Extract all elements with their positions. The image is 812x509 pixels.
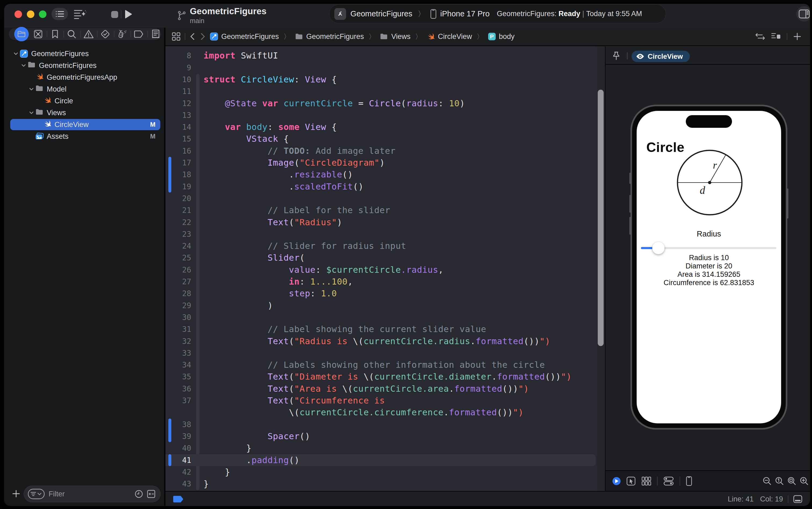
- disclosure-chevron[interactable]: [20, 63, 27, 68]
- navigator-tab-tests[interactable]: [99, 28, 111, 40]
- code-line-41[interactable]: 41 .padding(): [165, 454, 596, 466]
- scheme-name[interactable]: GeometricFigures: [350, 9, 412, 18]
- code-line-16[interactable]: 16 // TODO: Add image later: [165, 145, 605, 157]
- navigator-tab-changes[interactable]: [32, 28, 44, 40]
- tree-item-model[interactable]: Model: [10, 83, 160, 95]
- code-line-19[interactable]: 19 .scaledToFit(): [165, 181, 605, 193]
- navigator-tab-project[interactable]: [14, 27, 29, 41]
- code-line-38[interactable]: 38: [165, 418, 605, 430]
- pin-preview-icon[interactable]: [613, 51, 620, 60]
- code-line-40[interactable]: 40 }: [165, 442, 605, 454]
- breakpoints-toggle[interactable]: [173, 496, 183, 503]
- go-forward-button[interactable]: [200, 32, 206, 40]
- slider-thumb[interactable]: [652, 242, 665, 254]
- navigator-toggle-button[interactable]: [52, 8, 68, 20]
- tree-item-circle[interactable]: Circle: [10, 95, 160, 107]
- debug-area-toggle[interactable]: [793, 495, 802, 503]
- tree-item-assets[interactable]: AssetsM: [10, 131, 160, 142]
- code-line-18[interactable]: 18 .resizable(): [165, 169, 605, 180]
- radius-slider[interactable]: [641, 242, 776, 254]
- breadcrumb-views[interactable]: Views: [380, 32, 411, 41]
- run-destination[interactable]: iPhone 17 Pro: [440, 9, 489, 18]
- recent-files-icon[interactable]: [135, 490, 143, 498]
- code-line-21[interactable]: 21 // Label for the slider: [165, 204, 605, 216]
- code-line-34[interactable]: 34 // Labels showing other information a…: [165, 359, 605, 371]
- swap-editor-icon[interactable]: [755, 32, 765, 40]
- navigator-tab-issues[interactable]: [83, 28, 95, 40]
- code-line-23[interactable]: 23: [165, 228, 605, 240]
- breadcrumb-geometricfigures[interactable]: GeometricFigures: [210, 32, 279, 41]
- code-line-12[interactable]: 12 @State var currentCircle = Circle(rad…: [165, 97, 605, 109]
- live-preview-button[interactable]: [612, 477, 620, 485]
- code-line-29[interactable]: 29 ): [165, 300, 605, 311]
- preview-tab[interactable]: CircleView: [632, 51, 690, 62]
- code-line-43[interactable]: 43}: [165, 478, 605, 490]
- tree-item-geometricfigures[interactable]: GeometricFigures: [10, 60, 160, 71]
- code-line-13[interactable]: 13: [165, 109, 605, 121]
- code-line-20[interactable]: 20: [165, 193, 605, 204]
- code-line-30[interactable]: 30: [165, 311, 605, 323]
- navigator-tab-find[interactable]: [66, 28, 78, 40]
- variants-button[interactable]: [642, 477, 651, 486]
- stop-button[interactable]: [111, 10, 119, 19]
- related-items-icon[interactable]: [172, 32, 180, 41]
- editor-options-icon[interactable]: [771, 32, 781, 40]
- source-editor[interactable]: 78import SwiftUI910struct CircleView: Vi…: [165, 46, 605, 491]
- code-line-39[interactable]: 39 Spacer(): [165, 430, 605, 442]
- tree-item-views[interactable]: Views: [10, 107, 160, 118]
- selectable-preview-button[interactable]: [627, 477, 636, 486]
- code-line-9[interactable]: 9: [165, 62, 605, 74]
- code-line-14[interactable]: 14 var body: some View {: [165, 121, 605, 133]
- disclosure-chevron[interactable]: [28, 86, 35, 92]
- zoom-out-button[interactable]: [763, 477, 772, 486]
- tree-item-geometricfigures[interactable]: GeometricFigures: [10, 48, 160, 59]
- code-line-24[interactable]: 24 // Slider for radius input: [165, 240, 605, 252]
- code-line-15[interactable]: 15 VStack {: [165, 133, 605, 145]
- add-file-button[interactable]: [12, 490, 20, 498]
- filter-field[interactable]: Filter: [24, 486, 161, 502]
- go-back-button[interactable]: [190, 32, 196, 40]
- disclosure-chevron[interactable]: [28, 110, 35, 116]
- code-line-36[interactable]: 36 Text("Area is \(currentCircle.area.fo…: [165, 383, 605, 395]
- code-line-33[interactable]: 33: [165, 347, 605, 359]
- code-line-10[interactable]: 10struct CircleView: View {: [165, 74, 605, 86]
- breadcrumb-geometricfigures[interactable]: GeometricFigures: [295, 32, 364, 41]
- code-line-42[interactable]: 42 }: [165, 466, 605, 478]
- navigator-tab-reports[interactable]: [150, 28, 162, 40]
- code-line-32[interactable]: 32 Text("Radius is \(currentCircle.radiu…: [165, 335, 605, 347]
- writing-tools-icon[interactable]: [73, 8, 87, 20]
- device-settings-button[interactable]: [664, 477, 674, 486]
- code-line-35[interactable]: 35 Text("Diameter is \(currentCircle.dia…: [165, 371, 605, 382]
- code-line-25[interactable]: 25 Slider(: [165, 252, 605, 264]
- scheme-and-status-pill[interactable]: GeometricFigures 〉 iPhone 17 Pro Geometr…: [329, 4, 666, 23]
- code-line-28[interactable]: 28 step: 1.0: [165, 287, 605, 299]
- code-line-26[interactable]: 26 value: $currentCircle.radius,: [165, 264, 605, 276]
- code-line-8[interactable]: 8import SwiftUI: [165, 50, 605, 62]
- breadcrumb-circleview[interactable]: CircleView: [427, 32, 472, 41]
- code-line-17[interactable]: 17 Image("CircleDiagram"): [165, 157, 605, 169]
- code-line-31[interactable]: 31 // Label showing the current slider v…: [165, 323, 605, 335]
- tree-item-circleview[interactable]: CircleViewM: [10, 119, 160, 130]
- code-line-27[interactable]: 27 in: 1...100,: [165, 276, 605, 287]
- minimize-button[interactable]: [27, 10, 34, 18]
- code-line-22[interactable]: 22 Text("Radius"): [165, 216, 605, 228]
- zoom-in-button[interactable]: [800, 477, 809, 486]
- zoom-100-button[interactable]: [775, 477, 784, 486]
- navigator-tab-debug[interactable]: [116, 28, 128, 40]
- disclosure-chevron[interactable]: [12, 51, 19, 57]
- inspector-toggle-button[interactable]: [797, 6, 810, 22]
- editor-scrollbar-thumb[interactable]: [598, 90, 604, 346]
- zoom-button[interactable]: [39, 10, 46, 18]
- run-button[interactable]: [124, 10, 132, 19]
- zoom-fit-button[interactable]: [787, 477, 797, 486]
- breadcrumb-body[interactable]: Pbody: [488, 32, 515, 41]
- navigator-tab-bookmarks[interactable]: [49, 28, 61, 40]
- code-line-wrap[interactable]: \(currentCircle.circumference.formatted(…: [165, 406, 605, 418]
- source-control-filter-icon[interactable]: [147, 490, 156, 498]
- close-button[interactable]: [14, 10, 22, 18]
- tree-item-geometricfiguresapp[interactable]: GeometricFiguresApp: [10, 72, 160, 83]
- add-editor-button[interactable]: [793, 32, 801, 40]
- filter-icon[interactable]: [28, 488, 45, 499]
- code-line-7[interactable]: 7: [165, 46, 605, 50]
- navigator-tab-breakpoints[interactable]: [133, 28, 145, 40]
